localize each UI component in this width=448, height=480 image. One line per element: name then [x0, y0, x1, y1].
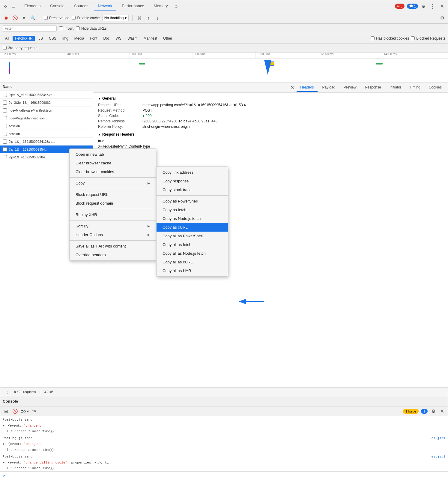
submenu-copy-fetch[interactable]: Copy as fetch: [157, 206, 228, 214]
request-checkbox-5[interactable]: [3, 132, 7, 136]
menu-item-override-headers[interactable]: Override headers: [70, 250, 156, 259]
request-checkbox-8[interactable]: [3, 155, 7, 159]
third-party-label[interactable]: 3rd-party requests: [3, 46, 37, 50]
console-expand-1[interactable]: ▶: [3, 442, 5, 447]
download-icon[interactable]: ↓: [154, 15, 161, 21]
console-input[interactable]: [7, 474, 445, 478]
type-btn-media[interactable]: Media: [72, 36, 87, 41]
type-btn-other[interactable]: Other: [161, 36, 175, 41]
settings-icon[interactable]: ⚙: [420, 3, 426, 9]
more-vert-icon[interactable]: ⋮: [429, 2, 437, 11]
console-sidebar-icon[interactable]: ⊟: [3, 408, 9, 415]
blocked-requests-label[interactable]: Blocked Requests: [411, 36, 445, 40]
tab-payload[interactable]: Payload: [319, 83, 339, 92]
request-checkbox-1[interactable]: [3, 100, 7, 105]
blocked-cookies-label[interactable]: Has blocked cookies: [371, 36, 409, 40]
console-settings-icon[interactable]: ⚙: [430, 408, 437, 415]
tab-preview[interactable]: Preview: [340, 83, 360, 92]
request-item-0[interactable]: ?ip=1&_=1691500986234&ve...: [0, 91, 93, 99]
search-button[interactable]: 🔍: [30, 15, 36, 21]
submenu-copy-all-har[interactable]: Copy all as HAR: [157, 266, 228, 275]
request-checkbox-0[interactable]: [3, 93, 7, 97]
submenu-copy-all-nodejs-fetch[interactable]: Copy all as Node.js fetch: [157, 249, 228, 258]
request-item-3[interactable]: _devPagesManifest.json: [0, 114, 93, 122]
submenu-copy-all-powershell[interactable]: Copy all as PowerShell: [157, 232, 228, 240]
status-menu-icon[interactable]: ⋮: [4, 388, 10, 395]
menu-item-replay-xhr[interactable]: Replay XHR: [70, 210, 156, 219]
preserve-log-label[interactable]: Preserve log: [44, 16, 69, 20]
blocked-requests-checkbox[interactable]: [411, 36, 415, 40]
menu-item-sort-by[interactable]: Sort By: [70, 222, 156, 230]
filter-icon[interactable]: ▼: [21, 15, 27, 21]
type-btn-ws[interactable]: WS: [113, 36, 124, 41]
record-button[interactable]: ⏺: [3, 15, 9, 21]
submenu-copy-all-curl[interactable]: Copy all as cURL: [157, 258, 228, 266]
invert-checkbox[interactable]: [59, 26, 63, 30]
console-expand-0[interactable]: ▶: [3, 423, 5, 428]
tab-cookies[interactable]: Cookies: [425, 83, 445, 92]
tab-response[interactable]: Response: [361, 83, 385, 92]
submenu-copy-response[interactable]: Copy response: [157, 177, 228, 185]
blocked-cookies-checkbox[interactable]: [371, 36, 375, 40]
menu-item-clear-cookies[interactable]: Clear browser cookies: [70, 167, 156, 176]
disable-cache-checkbox[interactable]: [72, 16, 76, 20]
preserve-log-checkbox[interactable]: [44, 16, 48, 20]
console-expand-2[interactable]: ▶: [3, 460, 5, 465]
wifi-icon[interactable]: ⌘: [136, 15, 143, 21]
submenu-copy-curl[interactable]: Copy as cURL: [157, 223, 228, 232]
invert-label[interactable]: Invert: [59, 26, 73, 31]
submenu-copy-link[interactable]: Copy link address: [157, 168, 228, 177]
type-btn-img[interactable]: Img: [60, 36, 71, 41]
request-checkbox-7[interactable]: [3, 147, 7, 152]
type-btn-wasm[interactable]: Wasm: [125, 36, 140, 41]
device-icon[interactable]: ▭: [10, 3, 16, 9]
menu-item-block-url[interactable]: Block request URL: [70, 190, 156, 199]
details-close-button[interactable]: ✕: [289, 83, 295, 92]
type-btn-css[interactable]: CSS: [46, 36, 59, 41]
request-checkbox-2[interactable]: [3, 108, 7, 112]
type-btn-all[interactable]: All: [3, 36, 11, 41]
cursor-icon[interactable]: ⊹: [3, 3, 9, 9]
submenu-copy-powershell[interactable]: Copy as PowerShell: [157, 197, 228, 206]
console-level-selector[interactable]: top ▾: [21, 409, 29, 413]
request-item-5[interactable]: session: [0, 130, 93, 138]
hide-data-urls-checkbox[interactable]: [76, 26, 80, 30]
tab-memory[interactable]: Memory: [150, 1, 172, 11]
request-item-2[interactable]: _devMiddlewareManifest.json: [0, 106, 93, 114]
network-settings-icon[interactable]: ⚙: [439, 15, 445, 21]
menu-item-clear-cache[interactable]: Clear browser cache: [70, 159, 156, 167]
hide-data-urls-label[interactable]: Hide data URLs: [76, 26, 107, 31]
filter-input[interactable]: [3, 26, 57, 32]
type-btn-xhr[interactable]: Fetch/XHR: [13, 36, 35, 41]
tab-initiator[interactable]: Initiator: [386, 83, 405, 92]
console-clear-icon[interactable]: 🚫: [12, 408, 18, 415]
menu-item-copy[interactable]: Copy: [70, 179, 156, 188]
tab-elements[interactable]: Elements: [20, 1, 45, 11]
console-link-2[interactable]: es.js:1: [432, 454, 445, 459]
tab-sources[interactable]: Sources: [70, 1, 93, 11]
tab-console[interactable]: Console: [46, 1, 69, 11]
request-item-6[interactable]: ?ip=1&_=1691500992412&ve...: [0, 138, 93, 146]
request-item-1[interactable]: ?v=3&ip=1&_=16915009862...: [0, 99, 93, 106]
menu-item-header-options[interactable]: Header Options: [70, 230, 156, 239]
throttle-select[interactable]: No throttling ▾: [102, 15, 129, 21]
clear-button[interactable]: 🚫: [12, 15, 18, 21]
request-checkbox-6[interactable]: [3, 140, 7, 144]
type-btn-manifest[interactable]: Manifest: [141, 36, 160, 41]
request-checkbox-4[interactable]: [3, 124, 7, 128]
console-close-button[interactable]: ✕: [439, 407, 445, 415]
tab-timing[interactable]: Timing: [406, 83, 424, 92]
menu-item-block-domain[interactable]: Block request domain: [70, 199, 156, 208]
request-item-4[interactable]: session: [0, 122, 93, 130]
console-link-1[interactable]: es.js:1: [432, 436, 445, 441]
menu-item-open-new-tab[interactable]: Open in new tab: [70, 150, 156, 159]
disable-cache-label[interactable]: Disable cache: [72, 16, 100, 20]
request-checkbox-3[interactable]: [3, 116, 7, 120]
tab-headers[interactable]: Headers: [297, 83, 317, 92]
type-btn-js[interactable]: JS: [36, 36, 45, 41]
tab-network[interactable]: Network: [94, 1, 117, 11]
console-eye-icon[interactable]: 👁: [31, 408, 38, 415]
submenu-copy-all-fetch[interactable]: Copy all as fetch: [157, 240, 228, 249]
menu-item-save-har[interactable]: Save all as HAR with content: [70, 242, 156, 250]
upload-icon[interactable]: ↑: [145, 15, 152, 21]
